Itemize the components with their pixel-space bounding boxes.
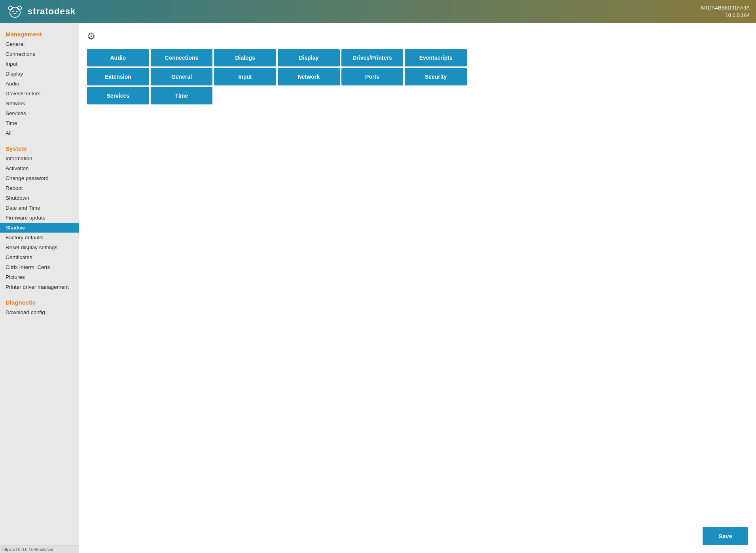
sidebar-item-mgmt-time[interactable]: Time bbox=[0, 118, 79, 128]
system-items: InformationActivationChange passwordRebo… bbox=[0, 153, 79, 292]
svg-point-4 bbox=[16, 11, 18, 12]
sidebar-item-sys-reset-display[interactable]: Reset display settings bbox=[0, 242, 79, 252]
status-url: https://10.0.0.164/tools/vnc bbox=[0, 545, 79, 553]
btn-input-button[interactable]: Input bbox=[214, 68, 276, 85]
svg-point-3 bbox=[12, 11, 14, 12]
btn-network-button[interactable]: Network bbox=[278, 68, 340, 85]
sidebar-item-mgmt-drives[interactable]: Drives/Printers bbox=[0, 89, 79, 98]
sidebar-item-mgmt-all[interactable]: All bbox=[0, 128, 79, 138]
diagnostic-items: Download config bbox=[0, 307, 79, 317]
sidebar-item-mgmt-network[interactable]: Network bbox=[0, 98, 79, 108]
sidebar-item-sys-activation[interactable]: Activation bbox=[0, 163, 79, 173]
header: stratodesk NTDA4BB6D91FA3A 10.0.0.164 bbox=[0, 0, 756, 23]
sidebar-item-mgmt-display[interactable]: Display bbox=[0, 69, 79, 79]
button-grid: AudioConnectionsDialogsDisplayDrives/Pri… bbox=[87, 49, 467, 104]
sidebar-item-sys-reboot[interactable]: Reboot bbox=[0, 183, 79, 193]
btn-eventscripts-button[interactable]: Eventscripts bbox=[405, 49, 467, 66]
btn-security-button[interactable]: Security bbox=[405, 68, 467, 85]
brand-name: stratodesk bbox=[28, 6, 76, 17]
sidebar-item-sys-shadow[interactable]: Shadow bbox=[0, 223, 79, 233]
sidebar-item-mgmt-services[interactable]: Services bbox=[0, 108, 79, 118]
btn-drives-button[interactable]: Drives/Printers bbox=[341, 49, 404, 66]
device-info: NTDA4BB6D91FA3A 10.0.0.164 bbox=[701, 4, 750, 19]
save-button[interactable]: Save bbox=[703, 527, 748, 545]
sidebar-item-mgmt-connections[interactable]: Connections bbox=[0, 49, 79, 59]
sidebar-item-sys-information[interactable]: Information bbox=[0, 153, 79, 163]
sidebar-item-mgmt-general[interactable]: General bbox=[0, 39, 79, 49]
btn-general-button[interactable]: General bbox=[151, 68, 213, 85]
sidebar: Management GeneralConnectionsInputDispla… bbox=[0, 23, 79, 553]
btn-extension-button[interactable]: Extension bbox=[87, 68, 149, 85]
sidebar-item-sys-shutdown[interactable]: Shutdown bbox=[0, 193, 79, 203]
management-section-title: Management bbox=[0, 27, 79, 39]
main-content: ⚙ AudioConnectionsDialogsDisplayDrives/P… bbox=[79, 23, 756, 553]
sidebar-item-sys-citrix[interactable]: Citrix Interm. Certs bbox=[0, 262, 79, 272]
svg-point-0 bbox=[10, 7, 20, 17]
sidebar-item-sys-certificates[interactable]: Certificates bbox=[0, 252, 79, 262]
gear-icon: ⚙ bbox=[87, 31, 748, 42]
btn-audio-button[interactable]: Audio bbox=[87, 49, 149, 66]
sidebar-item-sys-date-time[interactable]: Date and Time bbox=[0, 203, 79, 213]
sidebar-item-sys-change-password[interactable]: Change password bbox=[0, 173, 79, 183]
btn-ports-button[interactable]: Ports bbox=[341, 68, 404, 85]
sidebar-item-sys-factory[interactable]: Factory defaults bbox=[0, 233, 79, 242]
sidebar-item-sys-firmware[interactable]: Firmware update bbox=[0, 213, 79, 223]
sidebar-item-sys-pictures[interactable]: Pictures bbox=[0, 272, 79, 282]
btn-connections-button[interactable]: Connections bbox=[151, 49, 213, 66]
btn-services-button[interactable]: Services bbox=[87, 87, 149, 104]
device-ip: 10.0.0.164 bbox=[701, 11, 750, 19]
logo: stratodesk bbox=[6, 4, 76, 19]
diagnostic-section-title: Diagnostic bbox=[0, 295, 79, 307]
sidebar-item-diag-download[interactable]: Download config bbox=[0, 307, 79, 317]
sidebar-item-mgmt-audio[interactable]: Audio bbox=[0, 79, 79, 89]
bear-logo-icon bbox=[6, 4, 24, 19]
btn-dialogs-button[interactable]: Dialogs bbox=[214, 49, 276, 66]
layout: Management GeneralConnectionsInputDispla… bbox=[0, 23, 756, 553]
sidebar-item-sys-printer-driver[interactable]: Printer driver management bbox=[0, 282, 79, 292]
btn-time-button[interactable]: Time bbox=[151, 87, 213, 104]
sidebar-item-mgmt-input[interactable]: Input bbox=[0, 59, 79, 69]
system-section-title: System bbox=[0, 141, 79, 153]
management-items: GeneralConnectionsInputDisplayAudioDrive… bbox=[0, 39, 79, 138]
device-id: NTDA4BB6D91FA3A bbox=[701, 4, 750, 12]
btn-display-button[interactable]: Display bbox=[278, 49, 340, 66]
